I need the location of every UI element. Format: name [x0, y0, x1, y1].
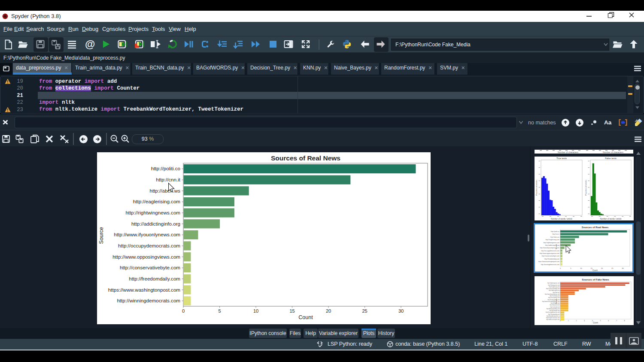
svg-text:http://conservativebyte.com: http://conservativebyte.com [542, 255, 559, 257]
svg-text:http://occupydemocrats.com: http://occupydemocrats.com [118, 243, 180, 248]
svg-text:http://usherald.com: http://usherald.com [550, 306, 559, 308]
svg-text:http://cnn.it: http://cnn.it [552, 233, 559, 235]
svg-text:http://eaglerising.com: http://eaglerising.com [133, 199, 180, 204]
svg-text:2: 2 [576, 320, 577, 322]
svg-text:0: 0 [560, 320, 561, 322]
svg-text:5: 5 [600, 320, 601, 322]
svg-text:http://www.wnd.com: http://www.wnd.com [550, 304, 559, 306]
svg-text:7: 7 [616, 320, 617, 322]
svg-text:Source: Source [98, 227, 104, 244]
svg-text:http://eaglerising.com: http://eaglerising.com [546, 239, 559, 241]
svg-text:10: 10 [580, 267, 582, 269]
svg-text:http://winningdemocrats.com: http://winningdemocrats.com [541, 264, 559, 265]
svg-text:http://www.ifyouonlynews.com: http://www.ifyouonlynews.com [545, 293, 560, 295]
svg-text:http://conservativebyte.com: http://conservativebyte.com [120, 265, 180, 270]
svg-text:http://conservativebyte.com: http://conservativebyte.com [546, 288, 560, 290]
svg-text:http://freedomdaily.com: http://freedomdaily.com [544, 258, 559, 260]
svg-text:http://rightwingnews.com: http://rightwingnews.com [125, 210, 180, 215]
svg-text:25: 25 [362, 308, 367, 314]
svg-text:http://addictinginfo.org: http://addictinginfo.org [131, 221, 180, 226]
svg-text:http://occupydemocrats.com: http://occupydemocrats.com [546, 311, 559, 313]
svg-text:Count: Count [592, 269, 598, 272]
svg-text:http://www.opposingviews.com: http://www.opposingviews.com [112, 254, 180, 259]
svg-text:Number of words / article: Number of words / article [600, 218, 622, 220]
svg-text:http://frontpagemag.com: http://frontpagemag.com [547, 299, 559, 301]
svg-text:http://addictinginfo.org: http://addictinginfo.org [545, 244, 559, 246]
svg-text:http://abcn.ws: http://abcn.ws [553, 292, 560, 293]
svg-text:Number of words / article: Number of words / article [551, 218, 573, 220]
svg-text:25: 25 [611, 267, 614, 269]
svg-text:http://politi.co: http://politi.co [551, 231, 559, 232]
svg-text:http://english.farsnews.com: http://english.farsnews.com [546, 317, 559, 319]
svg-text:http://www.activistpost.com: http://www.activistpost.com [546, 319, 559, 320]
svg-text:http://rightwingnews.com: http://rightwingnews.com [544, 242, 559, 244]
svg-text:15: 15 [289, 308, 295, 314]
svg-text:15: 15 [591, 267, 593, 269]
svg-text:Source: Source [555, 244, 557, 249]
svg-text:http://thedcgazette.com: http://thedcgazette.com [548, 284, 560, 286]
svg-text:6: 6 [608, 320, 609, 322]
svg-text:5: 5 [218, 308, 221, 314]
svg-text:True texts: True texts [556, 157, 567, 160]
svg-text:http://donaldtrumpnews.co: http://donaldtrumpnews.co [547, 315, 560, 317]
svg-text:Sources of Real News: Sources of Real News [271, 154, 340, 162]
svg-text:8: 8 [624, 320, 625, 322]
svg-text:http://yesimright.com: http://yesimright.com [550, 310, 560, 311]
svg-text:http://usasupreme.com: http://usasupreme.com [548, 297, 559, 299]
svg-text:http://libertyunyielding.com: http://libertyunyielding.com [547, 308, 560, 310]
svg-text:http://freedomdaily.com: http://freedomdaily.com [129, 276, 180, 281]
svg-text:3: 3 [584, 320, 585, 322]
svg-text:10: 10 [253, 308, 258, 314]
svg-text:20: 20 [601, 267, 603, 269]
svg-text:Sources of Fake News: Sources of Fake News [582, 278, 609, 281]
svg-text:http://www.ifyouonlynews.com: http://www.ifyouonlynews.com [114, 232, 180, 237]
svg-text:http://clashdaily.com: http://clashdaily.com [550, 295, 559, 297]
svg-text:http://abcn.ws: http://abcn.ws [550, 236, 559, 238]
svg-text:http://addictinginfo.org: http://addictinginfo.org [549, 290, 560, 291]
svg-text:Sources of Real News: Sources of Real News [582, 226, 609, 229]
svg-text:http://abcn.ws: http://abcn.ws [149, 188, 180, 193]
svg-text:http://rightwingnews.com: http://rightwingnews.com [547, 282, 560, 284]
svg-text:False texts: False texts [605, 157, 617, 160]
svg-text:https://www.washingtonpost.com: https://www.washingtonpost.com [538, 261, 559, 262]
svg-text:4: 4 [592, 320, 593, 322]
svg-text:20: 20 [326, 308, 331, 314]
svg-text:http://occupydemocrats.com: http://occupydemocrats.com [541, 250, 560, 252]
svg-text:Proportion of articles: Proportion of articles [535, 180, 538, 196]
svg-text:http://cnn.it: http://cnn.it [156, 177, 180, 182]
svg-text:Proportion of articles: Proportion of articles [585, 180, 587, 196]
svg-text:30: 30 [398, 308, 404, 314]
svg-text:0: 0 [182, 308, 185, 314]
svg-text:1: 1 [568, 320, 569, 322]
svg-text:http://winningdemocrats.com: http://winningdemocrats.com [117, 298, 180, 303]
svg-text:Number of characters: Number of characters [558, 151, 579, 154]
svg-text:Count: Count [298, 314, 313, 320]
svg-text:Number of characters: Number of characters [603, 151, 624, 154]
svg-text:http://politi.co: http://politi.co [151, 166, 180, 171]
svg-text:http://freedomdaily.com: http://freedomdaily.com [548, 314, 560, 315]
svg-text:30: 30 [622, 267, 624, 269]
svg-text:https://www.washingtonpost.com: https://www.washingtonpost.com [108, 287, 180, 293]
svg-text:Count: Count [593, 322, 598, 324]
svg-text:http://www.opposingviews.com: http://www.opposingviews.com [540, 253, 559, 254]
svg-text:Source: Source [555, 298, 557, 304]
svg-text:http://eaglerising.com: http://eaglerising.com [549, 286, 560, 288]
